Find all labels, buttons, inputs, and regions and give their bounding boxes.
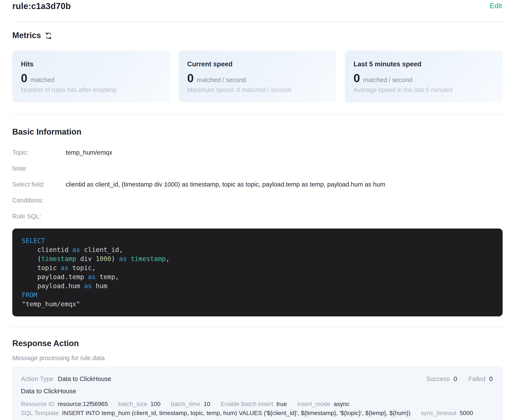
sql-token: timestamp xyxy=(41,255,76,263)
action-card-header-row: Action Type Data to ClickHouse Success 0… xyxy=(21,375,493,383)
action-param-label: Resource ID xyxy=(21,400,55,408)
divider xyxy=(12,327,505,327)
sql-token xyxy=(127,255,131,263)
metric-cards-row: Hits0matchedNumber of rules hits after e… xyxy=(12,51,503,102)
action-param: Resource IDresource:12f56965 xyxy=(21,400,108,408)
response-action-heading: Response Action xyxy=(12,338,503,348)
metric-card-2: Current speed0matched / secondMaximum sp… xyxy=(179,51,336,102)
sql-token: as xyxy=(119,255,127,263)
response-action-subtitle: Message processing for rule data xyxy=(12,354,503,362)
sql-token: topic xyxy=(22,264,61,272)
metric-card-title: Last 5 minutes speed xyxy=(354,60,494,68)
sql-token: "temp_hum/emqx" xyxy=(22,300,80,308)
divider xyxy=(12,21,505,22)
sql-token: payload.hum xyxy=(22,282,84,290)
action-param-value: async xyxy=(334,400,349,408)
sql-token: div xyxy=(76,255,96,263)
action-type-value: Data to ClickHouse xyxy=(58,375,111,383)
rule-detail-page: rule:c1a3d70b Edit Metrics Hits0matchedN… xyxy=(0,0,505,420)
action-param-value: 5000 xyxy=(460,409,473,417)
sql-token: as xyxy=(88,273,96,281)
action-params-row-1: Resource IDresource:12f56965batch_size10… xyxy=(21,400,493,409)
edit-link[interactable]: Edit xyxy=(490,2,502,10)
action-param-label: batch_size xyxy=(118,400,147,408)
metric-unit: matched / second xyxy=(197,76,246,84)
page-header: rule:c1a3d70b Edit xyxy=(12,1,503,11)
info-row: Select field:clientid as client_id, (tim… xyxy=(12,181,503,188)
action-stats: Success 0 Failed 0 xyxy=(426,375,493,383)
failed-value: 0 xyxy=(489,375,493,383)
metric-description: Maximum speed: 0 matched / second xyxy=(187,86,328,94)
basic-information-section: Basic Information Topic:temp_hum/emqxNot… xyxy=(12,127,503,316)
info-row-label: Conditions: xyxy=(12,197,66,204)
action-params-row-2: SQL TemplateINSERT INTO temp_hum (client… xyxy=(21,409,493,418)
metric-value-row: 0matched / second xyxy=(354,72,494,84)
metric-unit: matched xyxy=(30,76,54,84)
response-action-section: Response Action Message processing for r… xyxy=(12,338,503,420)
metrics-section: Metrics Hits0matchedNumber of rules hits… xyxy=(12,30,503,102)
info-row: Rule SQL: xyxy=(12,213,503,220)
action-param: insert_modeasync xyxy=(297,400,349,408)
info-row: Topic:temp_hum/emqx xyxy=(12,149,503,156)
sql-token: , xyxy=(166,255,170,263)
action-param-label: insert_mode xyxy=(297,400,330,408)
failed-label: Failed xyxy=(468,375,485,383)
sql-token: FROM xyxy=(22,291,37,299)
action-param-value: INSERT INTO temp_hum (client_id, timesta… xyxy=(62,409,411,417)
metric-card-title: Current speed xyxy=(187,60,328,68)
sql-token: hum xyxy=(92,282,107,290)
success-label: Success xyxy=(426,375,450,383)
metric-description: Number of rules hits after enabling xyxy=(21,86,162,94)
rule-sql-code-block: SELECT clientid as client_id, (timestamp… xyxy=(12,229,503,316)
action-param-value: 10 xyxy=(204,400,210,408)
sql-token: 1000 xyxy=(96,255,111,263)
info-row-value: clientid as client_id, (timestamp div 10… xyxy=(66,181,385,188)
action-param-label: SQL Template xyxy=(21,409,59,417)
metric-value-row: 0matched / second xyxy=(187,72,328,84)
sql-token: topic, xyxy=(69,264,96,272)
action-param-label: batch_time xyxy=(171,400,200,408)
metric-card-1: Hits0matchedNumber of rules hits after e… xyxy=(12,51,170,102)
action-card: Action Type Data to ClickHouse Success 0… xyxy=(12,366,503,420)
info-row-label: Note: xyxy=(12,165,66,172)
sql-token: ( xyxy=(22,255,41,263)
info-row-label: Select field: xyxy=(12,181,66,188)
sql-token: as xyxy=(84,282,92,290)
info-row-value: temp_hum/emqx xyxy=(66,149,112,156)
sql-token: as xyxy=(72,246,80,253)
basic-information-rows: Topic:temp_hum/emqxNote:Select field:cli… xyxy=(12,149,503,220)
info-row: Note: xyxy=(12,165,503,172)
action-param-value: true xyxy=(276,400,287,408)
sql-token: clientid xyxy=(22,246,72,253)
info-row-label: Rule SQL: xyxy=(12,213,66,220)
metric-value-row: 0matched xyxy=(21,72,162,84)
action-param-label: Enable Batch Insert xyxy=(221,400,273,408)
info-row-label: Topic: xyxy=(12,149,66,156)
metric-value: 0 xyxy=(21,72,27,84)
info-row: Conditions: xyxy=(12,197,503,204)
sql-token: SELECT xyxy=(22,237,45,244)
success-value: 0 xyxy=(454,375,457,383)
action-param-value: 100 xyxy=(150,400,160,408)
action-param-value: resource:12f56965 xyxy=(58,400,108,408)
sql-token: ) xyxy=(111,255,119,263)
metric-value: 0 xyxy=(354,72,360,84)
refresh-icon[interactable] xyxy=(44,32,53,40)
sql-token: payload.temp xyxy=(22,273,88,281)
metric-description: Average speed in the last 5 minutes xyxy=(354,86,494,94)
success-stat: Success 0 xyxy=(426,375,457,383)
sql-token: as xyxy=(61,264,69,272)
action-type: Action Type Data to ClickHouse xyxy=(21,375,111,383)
action-param: Enable Batch Inserttrue xyxy=(221,400,287,408)
action-param: SQL TemplateINSERT INTO temp_hum (client… xyxy=(21,409,411,417)
action-param: batch_size100 xyxy=(118,400,160,408)
action-param: sync_timeout5000 xyxy=(421,409,473,417)
failed-stat: Failed 0 xyxy=(468,375,493,383)
divider xyxy=(12,114,505,115)
action-type-label: Action Type xyxy=(21,375,53,383)
basic-information-heading: Basic Information xyxy=(12,127,503,137)
metric-unit: matched / second xyxy=(363,76,412,84)
metric-card-title: Hits xyxy=(21,60,162,68)
sql-token: temp, xyxy=(96,273,119,281)
metric-card-3: Last 5 minutes speed0matched / secondAve… xyxy=(345,51,503,102)
